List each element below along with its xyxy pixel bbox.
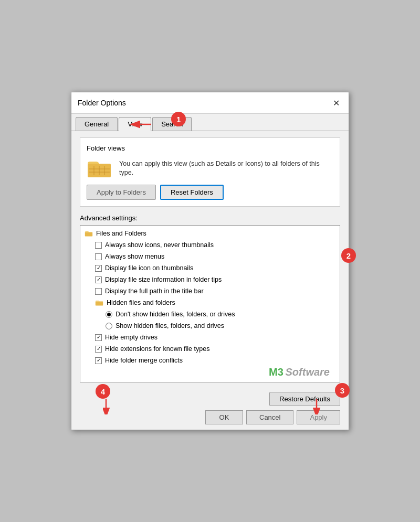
- folder-views-description: You can apply this view (such as Details…: [119, 159, 333, 178]
- radio-show-hidden[interactable]: [106, 323, 112, 329]
- list-item[interactable]: Don't show hidden files, folders, or dri…: [80, 308, 340, 320]
- list-item[interactable]: Display file icon on thumbnails: [80, 262, 340, 274]
- restore-row: Restore Defaults: [80, 392, 340, 406]
- tab-view[interactable]: View: [119, 117, 151, 131]
- item-label: Don't show hidden files, folders, or dri…: [116, 311, 235, 318]
- advanced-label: Advanced settings:: [80, 214, 340, 222]
- dialog-buttons-row: 4 3: [80, 410, 340, 424]
- item-label: Show hidden files, folders, and drives: [116, 322, 224, 329]
- checkbox-full-path[interactable]: [95, 288, 102, 295]
- category-label: Files and Folders: [96, 230, 146, 237]
- list-item[interactable]: Always show menus: [80, 251, 340, 262]
- checkbox-file-size-info[interactable]: [95, 276, 102, 283]
- list-item: Hidden files and folders: [80, 297, 340, 308]
- list-item[interactable]: Always show icons, never thumbnails: [80, 239, 340, 251]
- ok-button[interactable]: OK: [205, 410, 243, 424]
- folder-views-row: You can apply this view (such as Details…: [87, 157, 333, 179]
- list-item[interactable]: Show hidden files, folders, and drives: [80, 320, 340, 332]
- cancel-button[interactable]: Cancel: [246, 410, 293, 424]
- checkbox-file-icon-thumbnails[interactable]: [95, 265, 102, 272]
- annotation-2: 2: [341, 248, 356, 263]
- dialog-buttons: OK Cancel Apply: [80, 410, 340, 424]
- folder-views-section: Folder views: [80, 137, 340, 207]
- list-item[interactable]: Hide extensions for known file types: [80, 343, 340, 355]
- item-label: Hide extensions for known file types: [105, 345, 209, 353]
- tab-search[interactable]: Search: [152, 117, 192, 131]
- list-item[interactable]: Hide folder merge conflicts: [80, 355, 340, 366]
- folder-icon: [87, 157, 112, 179]
- item-label: Hide folder merge conflicts: [105, 357, 183, 364]
- item-label: Display the full path in the title bar: [105, 287, 204, 295]
- radio-dont-show-hidden[interactable]: [106, 311, 112, 318]
- list-item[interactable]: Display file size information in folder …: [80, 274, 340, 285]
- item-label: Display file icon on thumbnails: [105, 264, 193, 272]
- subcategory-label: Hidden files and folders: [107, 299, 175, 306]
- folder-views-buttons: Apply to Folders Reset Folders: [87, 185, 333, 200]
- close-button[interactable]: ✕: [330, 97, 342, 109]
- content-area: Folder views: [71, 131, 349, 389]
- annotation-2-arrow: [80, 240, 80, 250]
- svg-rect-8: [85, 232, 92, 237]
- bottom-area: Restore Defaults 4 3: [71, 389, 349, 430]
- apply-to-folders-button[interactable]: Apply to Folders: [87, 185, 156, 200]
- tab-bar: General View 1 Search: [71, 114, 349, 131]
- item-label: Display file size information in folder …: [105, 276, 222, 283]
- checkbox-hide-extensions[interactable]: [95, 346, 102, 353]
- checkbox-always-icons[interactable]: [95, 242, 102, 249]
- tab-general[interactable]: General: [76, 117, 118, 131]
- list-item[interactable]: Hide empty drives: [80, 332, 340, 343]
- list-item[interactable]: Display the full path in the title bar: [80, 285, 340, 297]
- folder-options-dialog: Folder Options ✕ General View 1 Search: [71, 92, 349, 430]
- svg-rect-11: [96, 302, 103, 306]
- dialog-title: Folder Options: [78, 99, 126, 107]
- checkbox-always-menus[interactable]: [95, 253, 102, 260]
- settings-list[interactable]: Files and Folders Always show ic: [80, 225, 340, 382]
- folder-views-label: Folder views: [87, 144, 333, 152]
- checkbox-hide-empty-drives[interactable]: [95, 334, 102, 341]
- restore-defaults-button[interactable]: Restore Defaults: [269, 392, 340, 406]
- item-label: Always show icons, never thumbnails: [105, 241, 214, 249]
- apply-button[interactable]: Apply: [297, 410, 340, 424]
- list-item: Files and Folders: [80, 228, 340, 239]
- title-bar: Folder Options ✕: [71, 92, 349, 114]
- settings-list-container: Files and Folders Always show ic: [80, 225, 340, 382]
- checkbox-hide-merge[interactable]: [95, 357, 102, 364]
- item-label: Hide empty drives: [105, 334, 158, 341]
- item-label: Always show menus: [105, 253, 164, 260]
- reset-folders-button[interactable]: Reset Folders: [160, 185, 224, 200]
